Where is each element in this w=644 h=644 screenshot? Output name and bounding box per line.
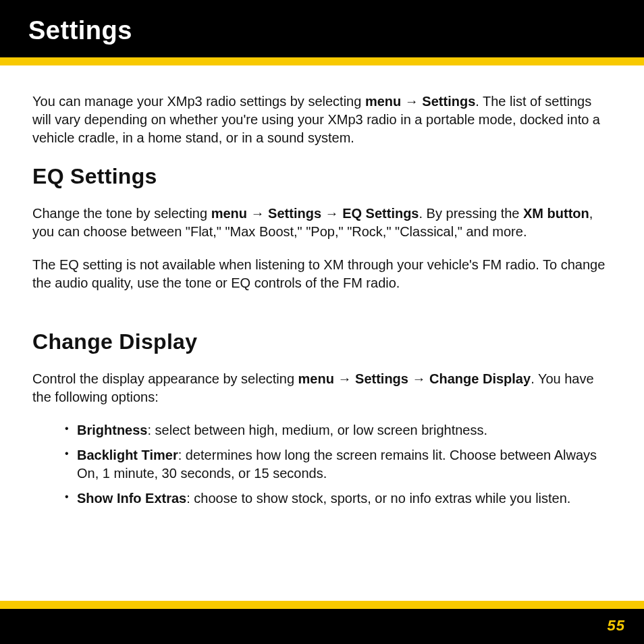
accent-bar-top: [0, 57, 644, 65]
list-item: Show Info Extras: choose to show stock, …: [65, 489, 612, 508]
option-name: Show Info Extras: [77, 491, 186, 506]
arrow: →: [334, 371, 355, 386]
change-display-section: Change Display Control the display appea…: [32, 327, 612, 508]
xm-button-bold: XM button: [523, 206, 589, 221]
text: . By pressing the: [419, 206, 524, 221]
display-options-list: Brightness: select between high, medium,…: [32, 421, 612, 508]
arrow: →: [408, 371, 429, 386]
menu-bold: menu: [298, 371, 334, 386]
menu-bold: menu: [211, 206, 247, 221]
header-bar: Settings: [0, 0, 644, 57]
text: Change the tone by selecting: [32, 206, 211, 221]
menu-bold: menu: [365, 94, 401, 109]
text: Control the display appearance by select…: [32, 371, 298, 386]
eq-heading: EQ Settings: [32, 162, 612, 191]
manual-page: Settings You can manage your XMp3 radio …: [0, 0, 644, 644]
display-paragraph-1: Control the display appearance by select…: [32, 370, 612, 406]
change-display-bold: Change Display: [429, 371, 531, 386]
arrow: →: [247, 206, 268, 221]
display-heading: Change Display: [32, 327, 612, 356]
list-item: Backlight Timer: determines how long the…: [65, 446, 612, 483]
intro-paragraph: You can manage your XMp3 radio settings …: [32, 92, 612, 147]
list-item: Brightness: select between high, medium,…: [65, 421, 612, 439]
page-title: Settings: [28, 16, 616, 45]
eq-settings-section: EQ Settings Change the tone by selecting…: [32, 162, 612, 292]
settings-bold: Settings: [355, 371, 408, 386]
option-desc: : choose to show stock, sports, or no in…: [186, 491, 570, 506]
settings-bold: Settings: [268, 206, 321, 221]
option-desc: : select between high, medium, or low sc…: [147, 423, 487, 437]
arrow: →: [321, 206, 342, 221]
eq-paragraph-2: The EQ setting is not available when lis…: [32, 256, 612, 292]
eq-paragraph-1: Change the tone by selecting menu → Sett…: [32, 205, 612, 241]
eq-settings-bold: EQ Settings: [342, 206, 419, 221]
footer-bar: 55: [0, 609, 644, 644]
settings-bold: Settings: [422, 94, 475, 109]
content-area: You can manage your XMp3 radio settings …: [0, 65, 644, 601]
option-name: Backlight Timer: [77, 448, 178, 462]
arrow: →: [401, 94, 422, 109]
accent-bar-bottom: [0, 601, 644, 609]
option-name: Brightness: [77, 423, 147, 437]
text: You can manage your XMp3 radio settings …: [32, 94, 365, 109]
page-number: 55: [608, 617, 625, 635]
